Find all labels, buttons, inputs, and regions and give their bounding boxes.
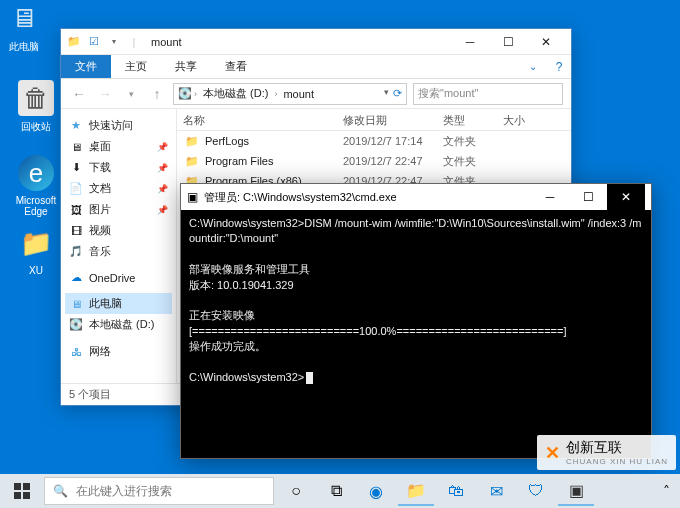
maximize-button[interactable]: ☐ — [569, 184, 607, 210]
sidebar-item-videos[interactable]: 🎞视频 — [65, 220, 172, 241]
tray-overflow-icon[interactable]: ˄ — [663, 483, 670, 499]
file-date: 2019/12/7 22:47 — [337, 155, 437, 167]
minimize-button[interactable]: ─ — [531, 184, 569, 210]
svg-rect-1 — [23, 483, 30, 490]
desktop-icon-label: XU — [12, 265, 60, 276]
file-name: PerfLogs — [205, 135, 249, 147]
col-size[interactable]: 大小 — [497, 109, 571, 130]
cmd-icon: ▣ — [187, 190, 198, 204]
document-icon: 📄 — [69, 182, 83, 195]
status-item-count: 5 个项目 — [69, 387, 111, 402]
ribbon-tab-file[interactable]: 文件 — [61, 55, 111, 78]
qat-properties-icon[interactable]: ☑ — [87, 35, 101, 49]
svg-rect-0 — [14, 483, 21, 490]
desktop-icon-label: 回收站 — [12, 120, 60, 134]
video-icon: 🎞 — [69, 225, 83, 237]
cmd-title-text: 管理员: C:\Windows\system32\cmd.exe — [204, 190, 397, 205]
explorer-sidebar: ★快速访问 🖥桌面📌 ⬇下载📌 📄文档📌 🖼图片📌 🎞视频 🎵音乐 ☁OneDr… — [61, 109, 177, 383]
explorer-titlebar[interactable]: 📁 ☑ ▾ | mount ─ ☐ ✕ — [61, 29, 571, 55]
start-button[interactable] — [4, 476, 40, 506]
pin-icon: 📌 — [157, 142, 168, 152]
ribbon-tab-home[interactable]: 主页 — [111, 55, 161, 78]
edge-icon: e — [18, 155, 54, 191]
sidebar-item-documents[interactable]: 📄文档📌 — [65, 178, 172, 199]
table-row[interactable]: 📁Program Files2019/12/7 22:47文件夹 — [177, 151, 571, 171]
sidebar-item-desktop[interactable]: 🖥桌面📌 — [65, 136, 172, 157]
windows-icon — [14, 483, 30, 499]
folder-icon: 📁 — [67, 35, 81, 49]
desktop-icon-this-pc[interactable]: 🖥 此电脑 — [0, 0, 48, 54]
ribbon-help-icon[interactable]: ? — [547, 55, 571, 78]
ribbon-tab-share[interactable]: 共享 — [161, 55, 211, 78]
col-name[interactable]: 名称 — [177, 109, 337, 130]
system-tray: ˄ — [663, 483, 676, 499]
close-button[interactable]: ✕ — [527, 29, 565, 55]
chevron-right-icon: › — [194, 89, 197, 99]
maximize-button[interactable]: ☐ — [489, 29, 527, 55]
desktop-icon-edge[interactable]: e Microsoft Edge — [12, 155, 60, 217]
svg-rect-2 — [14, 492, 21, 499]
desktop-icon-recycle-bin[interactable]: 🗑 回收站 — [12, 80, 60, 134]
taskbar-app-explorer[interactable]: 📁 — [398, 476, 434, 506]
desktop-icon: 🖥 — [69, 141, 83, 153]
col-type[interactable]: 类型 — [437, 109, 497, 130]
nav-back-button[interactable]: ← — [69, 84, 89, 104]
taskbar: 🔍 在此键入进行搜索 ○ ⧉ ◉ 📁 🛍 ✉ 🛡 ▣ ˄ — [0, 474, 680, 508]
pc-icon: 🖥 — [69, 298, 83, 310]
folder-icon: 📁 — [185, 155, 199, 168]
music-icon: 🎵 — [69, 245, 83, 258]
refresh-icon[interactable]: ⟳ — [393, 87, 402, 100]
search-icon: 🔍 — [53, 484, 68, 498]
cortana-button[interactable]: ○ — [278, 476, 314, 506]
address-path[interactable]: 💽 › 本地磁盘 (D:) › mount ▾ ⟳ — [173, 83, 407, 105]
sidebar-item-pictures[interactable]: 🖼图片📌 — [65, 199, 172, 220]
taskbar-app-store[interactable]: 🛍 — [438, 476, 474, 506]
task-view-button[interactable]: ⧉ — [318, 476, 354, 506]
ribbon-collapse-icon[interactable]: ⌄ — [519, 55, 547, 78]
sidebar-quick-access[interactable]: ★快速访问 — [65, 115, 172, 136]
qat-dropdown-icon[interactable]: ▾ — [107, 35, 121, 49]
sidebar-onedrive[interactable]: ☁OneDrive — [65, 268, 172, 287]
pictures-icon: 🖼 — [69, 204, 83, 216]
star-icon: ★ — [69, 119, 83, 132]
ribbon-tab-view[interactable]: 查看 — [211, 55, 261, 78]
search-input[interactable]: 搜索"mount" — [413, 83, 563, 105]
pin-icon: 📌 — [157, 184, 168, 194]
file-type: 文件夹 — [437, 154, 497, 169]
sidebar-this-pc[interactable]: 🖥此电脑 — [65, 293, 172, 314]
cursor — [306, 372, 313, 384]
pin-icon: 📌 — [157, 205, 168, 215]
nav-up-button[interactable]: ↑ — [147, 84, 167, 104]
sidebar-item-drive-d[interactable]: 💽本地磁盘 (D:) — [65, 314, 172, 335]
sidebar-item-downloads[interactable]: ⬇下载📌 — [65, 157, 172, 178]
col-date[interactable]: 修改日期 — [337, 109, 437, 130]
folder-icon: 📁 — [18, 225, 54, 261]
explorer-address-bar: ← → ▾ ↑ 💽 › 本地磁盘 (D:) › mount ▾ ⟳ 搜索"mou… — [61, 79, 571, 109]
file-date: 2019/12/7 17:14 — [337, 135, 437, 147]
breadcrumb[interactable]: 本地磁盘 (D:) — [199, 86, 272, 101]
desktop-icon-label: Microsoft Edge — [12, 195, 60, 217]
minimize-button[interactable]: ─ — [451, 29, 489, 55]
pc-icon: 🖥 — [6, 0, 42, 36]
breadcrumb[interactable]: mount — [279, 88, 318, 100]
address-dropdown-icon[interactable]: ▾ — [384, 87, 389, 100]
sidebar-item-music[interactable]: 🎵音乐 — [65, 241, 172, 262]
taskbar-app-edge[interactable]: ◉ — [358, 476, 394, 506]
taskbar-app-mail[interactable]: ✉ — [478, 476, 514, 506]
nav-forward-button[interactable]: → — [95, 84, 115, 104]
taskbar-app-cmd[interactable]: ▣ — [558, 476, 594, 506]
taskbar-search[interactable]: 🔍 在此键入进行搜索 — [44, 477, 274, 505]
drive-icon: 💽 — [178, 87, 192, 100]
desktop-icon-folder[interactable]: 📁 XU — [12, 225, 60, 276]
sidebar-network[interactable]: 🖧网络 — [65, 341, 172, 362]
nav-recent-dropdown[interactable]: ▾ — [121, 84, 141, 104]
cmd-titlebar[interactable]: ▣ 管理员: C:\Windows\system32\cmd.exe ─ ☐ ✕ — [181, 184, 651, 210]
table-row[interactable]: 📁PerfLogs2019/12/7 17:14文件夹 — [177, 131, 571, 151]
taskbar-app-security[interactable]: 🛡 — [518, 476, 554, 506]
cmd-output[interactable]: C:\Windows\system32>DISM /mount-wim /wim… — [181, 210, 651, 458]
svg-rect-3 — [23, 492, 30, 499]
close-button[interactable]: ✕ — [607, 184, 645, 210]
column-headers: 名称 修改日期 类型 大小 — [177, 109, 571, 131]
watermark-logo-icon: ✕ — [545, 442, 560, 464]
drive-icon: 💽 — [69, 318, 83, 331]
